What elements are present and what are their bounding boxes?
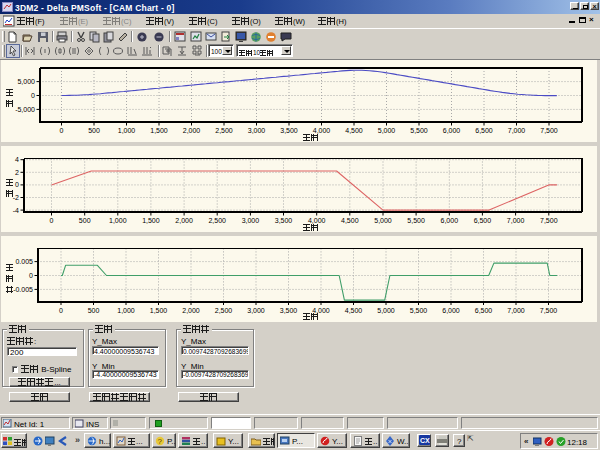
svg-text:5,000: 5,000	[377, 307, 395, 314]
svg-text:0: 0	[29, 272, 33, 279]
svg-text:7,500: 7,500	[540, 217, 558, 224]
svg-text:0: 0	[50, 217, 54, 224]
svg-text:4,500: 4,500	[341, 217, 359, 224]
svg-text:0: 0	[15, 181, 19, 188]
svg-text:0: 0	[60, 127, 64, 134]
svg-text:0: 0	[31, 92, 35, 99]
svg-text:CX: CX	[420, 437, 430, 444]
svg-text:5,500: 5,500	[410, 127, 428, 134]
svg-text:3,500: 3,500	[275, 217, 293, 224]
svg-text:1,000: 1,000	[109, 217, 127, 224]
svg-text:3,000: 3,000	[248, 127, 266, 134]
svg-text:3,000: 3,000	[242, 217, 260, 224]
svg-text:2,500: 2,500	[215, 307, 233, 314]
svg-text:1,000: 1,000	[118, 127, 136, 134]
svg-text:5,500: 5,500	[407, 217, 425, 224]
svg-text:6,500: 6,500	[474, 217, 492, 224]
svg-text:1,000: 1,000	[117, 307, 135, 314]
svg-text:5,500: 5,500	[410, 307, 428, 314]
svg-text:7,000: 7,000	[508, 127, 526, 134]
svg-text:-0.005: -0.005	[13, 286, 33, 293]
svg-text:-4: -4	[13, 207, 19, 214]
svg-text:5,000: 5,000	[374, 217, 392, 224]
svg-text:5,000: 5,000	[17, 78, 35, 85]
svg-text:2,000: 2,000	[182, 307, 200, 314]
svg-text:?: ?	[158, 437, 163, 446]
svg-text:4,500: 4,500	[345, 307, 363, 314]
svg-text:-5,000: -5,000	[15, 106, 35, 113]
svg-text:0: 0	[59, 307, 63, 314]
svg-text:500: 500	[88, 307, 100, 314]
svg-text:7,500: 7,500	[540, 127, 558, 134]
svg-text:4: 4	[15, 156, 19, 163]
svg-text:6,500: 6,500	[475, 127, 493, 134]
svg-text:3,000: 3,000	[247, 307, 265, 314]
svg-text:6,000: 6,000	[443, 127, 461, 134]
svg-text:0.005: 0.005	[15, 258, 33, 265]
svg-text:6,000: 6,000	[441, 217, 459, 224]
svg-text:-2: -2	[13, 194, 19, 201]
svg-text:7,500: 7,500	[540, 307, 558, 314]
svg-text:7,000: 7,000	[507, 217, 525, 224]
svg-text:3,500: 3,500	[280, 307, 298, 314]
svg-text:1,500: 1,500	[150, 307, 168, 314]
svg-text:1,500: 1,500	[142, 217, 160, 224]
svg-text:500: 500	[88, 127, 100, 134]
svg-text:2: 2	[15, 169, 19, 176]
svg-text:2,000: 2,000	[183, 127, 201, 134]
svg-text:2,500: 2,500	[215, 127, 233, 134]
svg-text:7,000: 7,000	[507, 307, 525, 314]
svg-text:6,500: 6,500	[475, 307, 493, 314]
svg-text:500: 500	[79, 217, 91, 224]
svg-text:6,000: 6,000	[442, 307, 460, 314]
svg-text:2,500: 2,500	[208, 217, 226, 224]
svg-text:4,500: 4,500	[345, 127, 363, 134]
svg-text:5,000: 5,000	[378, 127, 396, 134]
svg-text:3,500: 3,500	[280, 127, 298, 134]
svg-text:1,500: 1,500	[150, 127, 168, 134]
svg-text:2,000: 2,000	[175, 217, 193, 224]
